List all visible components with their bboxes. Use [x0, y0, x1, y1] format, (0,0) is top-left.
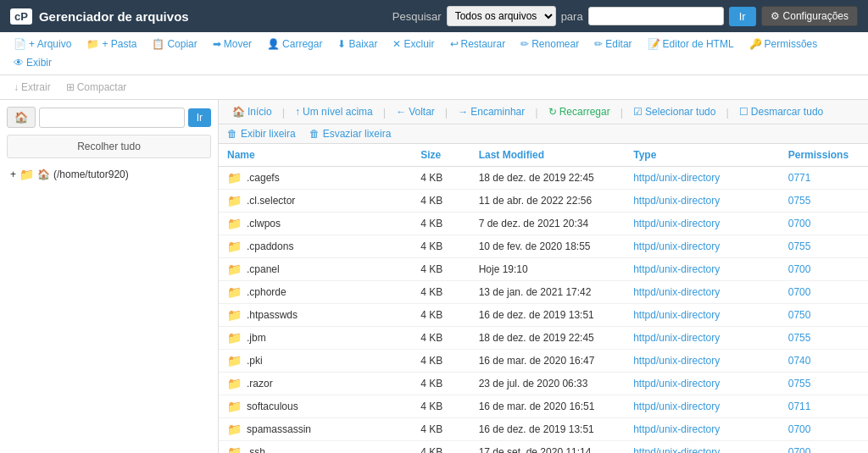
row-size: 4 KB — [412, 441, 470, 454]
nav-home-button[interactable]: 🏠 Início — [227, 104, 277, 119]
nav-back-button[interactable]: ← Voltar — [391, 104, 440, 119]
row-folder-icon: 📁 — [227, 194, 242, 207]
search-input[interactable] — [588, 7, 724, 25]
rename-icon: ✏ — [520, 38, 529, 50]
col-header-size[interactable]: Size — [412, 144, 470, 167]
empty-trash-button[interactable]: 🗑 Esvaziar lixeira — [309, 128, 392, 140]
nav-up-button[interactable]: ↑ Um nível acima — [290, 104, 378, 119]
row-folder-icon: 📁 — [227, 217, 242, 230]
table-row[interactable]: 📁 .cpanel 4 KB Hoje 19:10 httpd/unix-dir… — [219, 258, 868, 281]
show-trash-button[interactable]: 🗑 Exibir lixeira — [227, 128, 296, 140]
table-row[interactable]: 📁 .cl.selector 4 KB 11 de abr. de 2022 2… — [219, 190, 868, 213]
search-label: Pesquisar — [392, 10, 442, 23]
row-folder-icon: 📁 — [227, 308, 242, 322]
tree-expand-icon: + — [10, 168, 16, 180]
nav-select-all-button[interactable]: ☑ Selecionar tudo — [628, 104, 721, 119]
reload-icon: ↻ — [548, 106, 557, 118]
row-name: softaculous — [247, 401, 298, 412]
rename-button[interactable]: ✏ Renomear — [514, 36, 586, 52]
extract-button[interactable]: ↓ Extrair — [7, 79, 58, 96]
row-permissions: 0700 — [780, 258, 868, 281]
table-row[interactable]: 📁 .clwpos 4 KB 7 de dez. de 2021 20:34 h… — [219, 213, 868, 235]
nav-reload-button[interactable]: ↻ Recarregar — [543, 104, 615, 119]
tree-root-label: (/home/tutor920) — [53, 168, 129, 180]
collapse-all-button[interactable]: Recolher tudo — [7, 135, 211, 158]
table-row[interactable]: 📁 .jbm 4 KB 18 de dez. de 2019 22:45 htt… — [219, 327, 868, 350]
row-type: httpd/unix-directory — [625, 190, 780, 213]
compress-button[interactable]: ⊞ Compactar — [59, 79, 134, 96]
forward-icon: → — [458, 106, 468, 118]
row-modified: 11 de abr. de 2022 22:56 — [470, 190, 626, 213]
path-input[interactable] — [39, 108, 185, 128]
row-type: httpd/unix-directory — [625, 350, 780, 373]
row-type: httpd/unix-directory — [625, 258, 780, 281]
row-permissions: 0771 — [780, 167, 868, 190]
table-row[interactable]: 📁 softaculous 4 KB 16 de mar. de 2020 16… — [219, 395, 868, 418]
col-header-type[interactable]: Type — [625, 144, 780, 167]
config-button[interactable]: ⚙ Configurações — [761, 6, 858, 26]
table-row[interactable]: 📁 spamassassin 4 KB 16 de dez. de 2019 1… — [219, 418, 868, 441]
col-header-name[interactable]: Name — [219, 144, 412, 167]
nav-deselect-all-button[interactable]: ☐ Desmarcar tudo — [734, 104, 828, 119]
toolbar-row1: 📄 + Arquivo 📁 + Pasta 📋 Copiar ➡ Mover 👤… — [0, 32, 868, 75]
delete-button[interactable]: ✕ Excluir — [386, 36, 441, 52]
upload-button[interactable]: 👤 Carregar — [260, 36, 329, 52]
row-type: httpd/unix-directory — [625, 395, 780, 418]
table-row[interactable]: 📁 .cphorde 4 KB 13 de jan. de 2021 17:42… — [219, 281, 868, 304]
row-permissions: 0700 — [780, 281, 868, 304]
permissions-button[interactable]: 🔑 Permissões — [743, 36, 825, 52]
empty-trash-icon: 🗑 — [309, 128, 320, 140]
row-modified: 16 de mar. de 2020 16:47 — [470, 350, 626, 373]
col-header-modified[interactable]: Last Modified — [470, 144, 626, 167]
copy-button[interactable]: 📋 Copiar — [145, 36, 203, 52]
row-size: 4 KB — [412, 190, 470, 213]
table-row[interactable]: 📁 .cagefs 4 KB 18 de dez. de 2019 22:45 … — [219, 167, 868, 190]
toolbar-row2: ↓ Extrair ⊞ Compactar — [0, 75, 868, 100]
sidebar-go-button[interactable]: Ir — [188, 108, 211, 127]
row-name: .htpasswds — [247, 309, 298, 321]
search-scope-select[interactable]: Todos os arquivos — [447, 6, 556, 26]
move-button[interactable]: ➡ Mover — [206, 36, 259, 52]
table-row[interactable]: 📁 .razor 4 KB 23 de jul. de 2020 06:33 h… — [219, 373, 868, 395]
search-button[interactable]: Ir — [729, 7, 756, 26]
row-permissions: 0700 — [780, 418, 868, 441]
restore-button[interactable]: ↩ Restaurar — [443, 36, 513, 52]
row-type: httpd/unix-directory — [625, 213, 780, 235]
logo: cP Gerenciador de arquivos — [10, 8, 189, 25]
row-permissions: 0700 — [780, 441, 868, 454]
row-size: 4 KB — [412, 418, 470, 441]
folder-icon: 📁 — [86, 38, 99, 50]
row-modified: 16 de dez. de 2019 13:51 — [470, 304, 626, 327]
row-modified: 16 de mar. de 2020 16:51 — [470, 395, 626, 418]
table-body: 📁 .cagefs 4 KB 18 de dez. de 2019 22:45 … — [219, 167, 868, 454]
table-row[interactable]: 📁 .cpaddons 4 KB 10 de fev. de 2020 18:5… — [219, 235, 868, 258]
download-button[interactable]: ⬇ Baixar — [331, 36, 384, 52]
col-header-permissions[interactable]: Permissions — [780, 144, 868, 167]
nav-forward-button[interactable]: → Encaminhar — [453, 104, 530, 119]
row-modified: 18 de dez. de 2019 22:45 — [470, 327, 626, 350]
file-nav: 🏠 Início | ↑ Um nível acima | ← Voltar |… — [219, 100, 868, 124]
row-type: httpd/unix-directory — [625, 235, 780, 258]
row-permissions: 0740 — [780, 350, 868, 373]
new-folder-button[interactable]: 📁 + Pasta — [80, 36, 143, 52]
home-icon: 🏠 — [232, 106, 245, 118]
row-folder-icon: 📁 — [227, 354, 242, 367]
row-folder-icon: 📁 — [227, 285, 242, 299]
row-name: .cl.selector — [247, 195, 295, 207]
sidebar-home-button[interactable]: 🏠 — [7, 107, 36, 128]
trash-icon: 🗑 — [227, 128, 237, 140]
view-button[interactable]: 👁 Exibir — [7, 54, 58, 71]
edit-button[interactable]: ✏ Editar — [587, 36, 638, 52]
back-icon: ← — [396, 106, 406, 118]
html-editor-button[interactable]: 📝 Editor de HTML — [641, 36, 741, 52]
table-row[interactable]: 📁 .ssh 4 KB 17 de set. de 2020 11:14 htt… — [219, 441, 868, 454]
trash-bar: 🗑 Exibir lixeira 🗑 Esvaziar lixeira — [219, 124, 868, 144]
new-file-button[interactable]: 📄 + Arquivo — [7, 36, 78, 52]
table-row[interactable]: 📁 .htpasswds 4 KB 16 de dez. de 2019 13:… — [219, 304, 868, 327]
row-name: .pki — [247, 355, 263, 367]
tree-root-item[interactable]: + 📁 🏠 (/home/tutor920) — [7, 165, 211, 184]
row-size: 4 KB — [412, 167, 470, 190]
restore-icon: ↩ — [450, 38, 459, 50]
row-name: .cpanel — [247, 263, 280, 275]
table-row[interactable]: 📁 .pki 4 KB 16 de mar. de 2020 16:47 htt… — [219, 350, 868, 373]
